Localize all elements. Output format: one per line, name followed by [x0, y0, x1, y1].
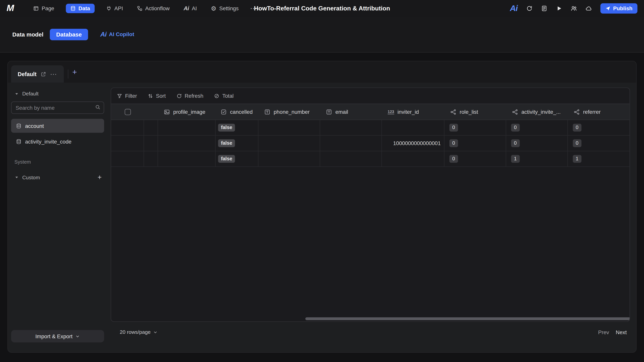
spacer-column-header	[144, 104, 158, 120]
relation-count-badge: 0	[573, 139, 581, 147]
add-custom-button[interactable]: +	[98, 174, 102, 181]
column-header-phone-number[interactable]: phone_number	[258, 104, 320, 120]
table-header-row: profile_image cancelled phone_number	[111, 104, 630, 120]
ai-copilot-button[interactable]: Ai AI Copilot	[100, 31, 134, 38]
app-logo: M	[6, 3, 14, 13]
relation-count-badge: 0	[511, 124, 520, 132]
cloud-icon[interactable]	[586, 5, 592, 11]
data-table-area: Filter Sort Refresh Total	[110, 88, 630, 352]
number-icon: 123	[388, 109, 394, 114]
sidebar-item-label: account	[25, 123, 44, 129]
group-default-label: Default	[22, 91, 38, 97]
ai-icon: Ai	[184, 5, 189, 11]
actionflow-icon	[137, 5, 142, 11]
table-search	[11, 102, 104, 114]
nav-api[interactable]: API	[104, 3, 126, 13]
group-custom[interactable]: Custom +	[11, 168, 104, 185]
cancelled-badge: false	[218, 155, 235, 163]
nav-data[interactable]: Data	[66, 3, 94, 13]
refresh-icon	[176, 93, 182, 99]
checkbox-icon	[221, 109, 227, 115]
view-tab-label: Default	[18, 71, 36, 77]
publish-label: Publish	[613, 5, 632, 11]
nav-page[interactable]: Page	[31, 3, 57, 13]
prev-page-button[interactable]: Prev	[598, 329, 609, 335]
external-link-icon[interactable]	[40, 71, 46, 77]
table-row[interactable]: false 0 0 0	[111, 120, 630, 136]
sort-button[interactable]: Sort	[148, 93, 166, 99]
nav-actionflow[interactable]: Actionflow	[134, 3, 172, 13]
relation-count-badge: 0	[450, 139, 458, 147]
view-tab-menu-icon[interactable]: ⋯	[50, 70, 57, 78]
text-icon	[326, 109, 332, 115]
total-button[interactable]: Total	[214, 93, 234, 99]
view-tab-default[interactable]: Default ⋯	[11, 65, 64, 82]
tab-data-model[interactable]: Data model	[12, 31, 44, 38]
filter-icon	[117, 93, 122, 99]
relation-icon	[574, 109, 580, 115]
play-icon[interactable]	[556, 5, 562, 11]
total-icon	[214, 93, 220, 99]
search-icon	[95, 104, 100, 110]
caret-down-icon	[14, 175, 19, 180]
ai-logo-icon[interactable]: Ai	[510, 3, 518, 13]
system-section-label: System	[11, 150, 104, 168]
relation-count-badge: 1	[511, 155, 520, 163]
select-all-checkbox[interactable]	[124, 109, 131, 115]
relation-count-badge: 1	[573, 155, 581, 163]
nav-settings[interactable]: ⚙ Settings	[208, 3, 241, 13]
add-view-tab-button[interactable]: +	[72, 68, 77, 76]
column-header-role-list[interactable]: role_list	[444, 104, 506, 120]
cancelled-badge: false	[218, 124, 235, 132]
users-icon[interactable]	[571, 5, 577, 11]
main-nav: Page Data API Actionflow Ai AI ⚙ Setting…	[31, 3, 257, 13]
document-icon[interactable]	[541, 5, 547, 11]
filter-button[interactable]: Filter	[117, 93, 137, 99]
api-icon	[106, 5, 112, 11]
cancelled-badge: false	[218, 139, 235, 147]
nav-api-label: API	[114, 5, 123, 11]
refresh-label: Refresh	[185, 93, 204, 99]
horizontal-scrollbar[interactable]	[305, 317, 630, 320]
grid-toolbar: Filter Sort Refresh Total	[111, 88, 630, 104]
search-input[interactable]	[11, 102, 104, 114]
relation-count-badge: 0	[573, 124, 581, 132]
group-default[interactable]: Default	[11, 88, 104, 101]
column-header-referrer[interactable]: referrer	[568, 104, 630, 120]
sidebar-item-account[interactable]: account	[11, 119, 104, 133]
relation-count-badge: 0	[511, 139, 520, 147]
table-row[interactable]: false 0 1 1	[111, 151, 630, 167]
database-panel: Default ⋯ + Default accoun	[7, 61, 636, 353]
nav-ai[interactable]: Ai AI	[181, 3, 199, 13]
rows-per-page-select[interactable]: 20 rows/page	[120, 329, 158, 335]
data-grid: Filter Sort Refresh Total	[110, 88, 630, 322]
refresh-button[interactable]: Refresh	[176, 93, 203, 99]
table-row[interactable]: false 1000000000000001 0 0 0	[111, 136, 630, 151]
refresh-icon[interactable]	[526, 5, 532, 11]
table-icon	[16, 139, 22, 144]
column-header-cancelled[interactable]: cancelled	[216, 104, 258, 120]
next-page-button[interactable]: Next	[616, 329, 627, 335]
table-icon	[16, 123, 22, 129]
nav-data-label: Data	[78, 5, 90, 11]
tab-database[interactable]: Database	[50, 29, 88, 40]
column-header-email[interactable]: email	[320, 104, 382, 120]
column-header-profile-image[interactable]: profile_image	[158, 104, 216, 120]
text-icon	[264, 109, 270, 115]
caret-down-icon	[14, 91, 19, 96]
page-icon	[34, 5, 39, 11]
view-tabstrip: Default ⋯ +	[8, 61, 636, 83]
nav-settings-label: Settings	[219, 5, 239, 11]
import-export-button[interactable]: Import & Export	[11, 330, 104, 343]
column-header-activity-invite[interactable]: activity_invite_...	[506, 104, 568, 120]
relation-icon	[512, 109, 518, 115]
ai-copilot-label: AI Copilot	[109, 31, 134, 37]
relation-icon	[450, 109, 456, 115]
rows-per-page-label: 20 rows/page	[120, 329, 151, 335]
sub-nav: Data model Database Ai AI Copilot	[0, 16, 644, 52]
import-export-label: Import & Export	[36, 333, 72, 339]
nav-actionflow-label: Actionflow	[145, 5, 170, 11]
sidebar-item-activity-invite-code[interactable]: activity_invite_code	[11, 135, 104, 148]
publish-button[interactable]: Publish	[600, 3, 638, 13]
column-header-inviter-id[interactable]: 123 inviter_id	[382, 104, 444, 120]
